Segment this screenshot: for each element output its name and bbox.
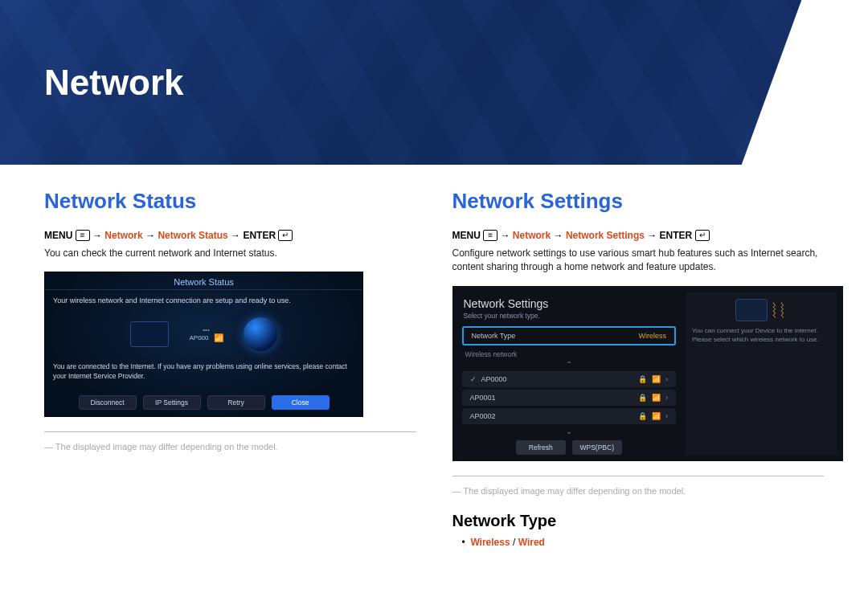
chevron-right-icon: › [665,412,668,420]
wps-button[interactable]: WPS(PBC) [572,440,622,455]
chevron-right-icon: › [665,394,668,402]
ap-list-item[interactable]: ✓AP0000 🔒📶› [462,371,676,387]
signal-icon: 📶 [652,375,661,383]
content-area: Network Status MENU → Network → Network … [0,165,868,548]
enter-label: ENTER [243,230,276,241]
connection-info-msg: You are connected to the Internet. If yo… [45,356,362,387]
network-settings-heading: Network Settings [452,189,825,214]
check-icon: ✓ [470,375,477,383]
retry-button[interactable]: Retry [207,395,265,410]
wifi-illustration: ⦚⦚ [735,299,787,321]
signal-icon: 📶 [652,412,661,420]
network-settings-column: Network Settings MENU → Network → Networ… [452,189,825,548]
lock-icon: 🔒 [638,375,647,383]
ap-name: AP0001 [470,394,496,402]
chevron-up-icon: ⌃ [459,360,679,369]
breadcrumb-segment: Network [513,230,551,241]
network-settings-description: Configure network settings to use variou… [452,247,825,275]
panel-subtitle: Select your network type. [464,312,679,320]
globe-icon [244,317,277,351]
device-icon [735,299,768,321]
network-type-subheading: Network Type [452,512,825,530]
network-type-options: • Wireless / Wired [462,537,825,548]
divider [44,431,416,432]
divider [452,476,825,476]
network-status-description: You can check the current network and In… [44,247,416,260]
network-type-value: Wireless [638,332,666,340]
option-wireless: Wireless [470,537,510,548]
menu-label: MENU [452,230,481,241]
device-icon [130,321,169,347]
network-type-label: Network Type [472,332,516,340]
disconnect-button[interactable]: Disconnect [79,395,137,410]
breadcrumb-segment: Network Status [158,230,227,241]
wifi-waves-icon: ⦚⦚ [771,302,787,318]
lock-icon: 🔒 [638,394,647,402]
ap-list-item[interactable]: AP0001 🔒📶› [462,390,676,406]
breadcrumb-segment: Network [104,230,142,241]
screenshot-button-row: Disconnect IP Settings Retry Close [45,395,362,410]
ip-settings-button[interactable]: IP Settings [143,395,201,410]
menu-icon [483,230,497,241]
enter-icon [695,230,710,241]
access-point-row: AP000 📶 [189,333,223,342]
close-button[interactable]: Close [272,395,330,410]
panel-title: Network Settings [464,297,679,310]
network-type-selector[interactable]: Network Type Wireless [462,326,676,345]
footnote-text: The displayed image may differ depending… [463,486,686,496]
chapter-banner: Network [0,0,868,165]
enter-icon [278,230,293,241]
signal-icon: 📶 [652,394,661,402]
enter-label: ENTER [660,230,693,241]
wireless-list-label: Wireless network [465,350,673,358]
network-settings-breadcrumb: MENU → Network → Network Settings → ENTE… [452,230,825,242]
ap-name: AP0002 [470,412,496,420]
network-status-heading: Network Status [44,189,416,214]
network-status-footnote: ― The displayed image may differ dependi… [44,442,416,452]
option-wired: Wired [518,537,545,548]
network-settings-footnote: ― The displayed image may differ dependi… [452,486,825,496]
network-status-screenshot: Network Status Your wireless network and… [44,272,363,417]
ap-list-item[interactable]: AP0002 🔒📶› [462,408,676,424]
chevron-down-icon: ⌄ [459,427,679,435]
network-settings-screenshot: Network Settings Select your network typ… [452,286,843,461]
lock-icon: 🔒 [638,412,647,420]
network-status-column: Network Status MENU → Network → Network … [44,189,416,548]
side-help-text: You can connect your Device to the inter… [692,326,830,344]
breadcrumb-segment: Network Settings [566,230,645,241]
network-status-breadcrumb: MENU → Network → Network Status → ENTER [44,230,416,242]
refresh-button[interactable]: Refresh [516,440,566,455]
menu-label: MENU [44,230,72,241]
menu-icon [76,230,90,241]
screenshot-title: Network Status [45,272,362,290]
ap-name: AP000 [189,334,208,341]
ap-name: AP0000 [481,375,507,383]
chevron-right-icon: › [665,375,668,383]
chapter-title: Network [44,63,184,103]
connection-graphic: ••• AP000 📶 [45,311,362,356]
connection-status-msg: Your wireless network and Internet conne… [45,290,362,311]
footnote-text: The displayed image may differ depending… [55,442,278,452]
signal-icon: 📶 [214,333,223,342]
